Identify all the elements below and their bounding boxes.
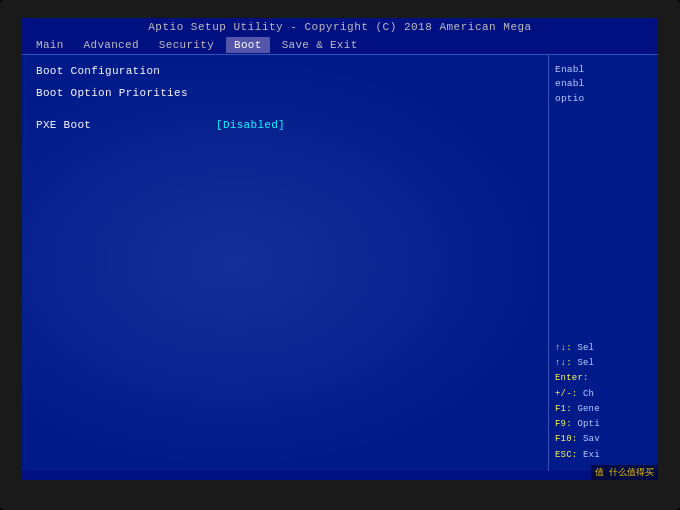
title-text: Aptio Setup Utility - Copyright (C) 2018… xyxy=(148,21,531,33)
watermark xyxy=(22,55,548,471)
menu-bar: Main Advanced Security Boot Save & Exit xyxy=(22,36,658,54)
key-leftright: ↑↓: Sel xyxy=(555,356,652,371)
menu-boot[interactable]: Boot xyxy=(226,37,270,53)
main-panel: Boot Configuration Boot Option Prioritie… xyxy=(22,55,548,471)
pxe-label: PXE Boot xyxy=(36,119,216,131)
info-description: Enablenabloptio xyxy=(555,63,652,106)
menu-main[interactable]: Main xyxy=(28,37,72,53)
info-keys: ↑↓: Sel ↑↓: Sel Enter: +/-: Ch F1: Gene … xyxy=(555,341,652,463)
watermark-text: 值 什么值得买 xyxy=(595,468,654,478)
boot-option-priorities[interactable]: Boot Option Priorities xyxy=(36,85,534,101)
menu-save-exit[interactable]: Save & Exit xyxy=(274,37,366,53)
key-f9: F9: Opti xyxy=(555,417,652,432)
key-plusminus: +/-: Ch xyxy=(555,387,652,402)
menu-security[interactable]: Security xyxy=(151,37,222,53)
bottom-watermark: 值 什么值得买 xyxy=(591,465,658,480)
title-bar: Aptio Setup Utility - Copyright (C) 2018… xyxy=(22,18,658,36)
key-updown: ↑↓: Sel xyxy=(555,341,652,356)
key-f1: F1: Gene xyxy=(555,402,652,417)
key-enter: Enter: xyxy=(555,371,652,386)
laptop-bezel: Aptio Setup Utility - Copyright (C) 2018… xyxy=(0,0,680,510)
content-area: Boot Configuration Boot Option Prioritie… xyxy=(22,55,658,471)
pxe-row: PXE Boot [Disabled] xyxy=(36,119,534,131)
info-top-text: Enablenabloptio xyxy=(555,64,585,104)
bios-screen: Aptio Setup Utility - Copyright (C) 2018… xyxy=(22,18,658,480)
info-panel: Enablenabloptio ↑↓: Sel ↑↓: Sel Enter: +… xyxy=(548,55,658,471)
key-f10: F10: Sav xyxy=(555,432,652,447)
menu-advanced[interactable]: Advanced xyxy=(76,37,147,53)
key-esc: ESC: Exi xyxy=(555,448,652,463)
pxe-value[interactable]: [Disabled] xyxy=(216,119,285,131)
boot-configuration-title: Boot Configuration xyxy=(36,65,534,77)
